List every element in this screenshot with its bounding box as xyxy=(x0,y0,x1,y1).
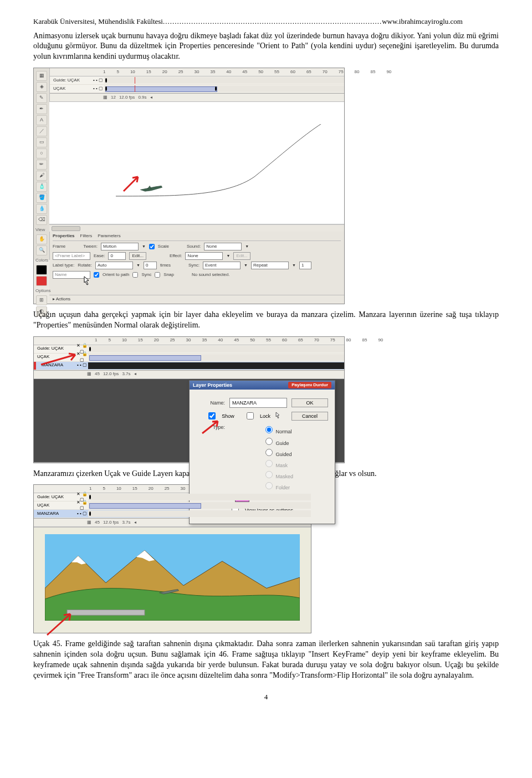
name-input[interactable]: MANZARA xyxy=(229,398,287,408)
red-arrow-icon xyxy=(44,610,77,637)
cursor-pointer-icon xyxy=(83,275,94,286)
stroke-swatch-icon[interactable] xyxy=(36,265,47,275)
time-display: 3.7s xyxy=(122,520,130,526)
selection-tool-icon[interactable]: ▦ xyxy=(36,71,47,81)
layer-toggles-icon[interactable]: • • ▢ xyxy=(76,511,88,517)
layer-frames[interactable] xyxy=(104,85,344,92)
layer-ucak[interactable]: UÇAK ✕ 🔒 ▢ xyxy=(34,501,311,510)
ruler-mark: 60 xyxy=(290,69,295,75)
scroll-left-icon[interactable]: ◂ xyxy=(150,95,152,101)
cancel-button[interactable]: Cancel xyxy=(291,412,328,421)
ruler-mark: 80 xyxy=(355,69,360,75)
layer-frames[interactable] xyxy=(88,354,344,361)
snap-label: Snap xyxy=(163,272,174,278)
sound-dropdown[interactable]: None xyxy=(204,243,242,250)
dialog-titlebar[interactable]: Layer Properties Paylaşımı Durdur xyxy=(190,381,335,390)
effect-dropdown[interactable]: None xyxy=(185,252,223,260)
tab-parameters[interactable]: Parameters xyxy=(98,233,120,239)
layer-manzara[interactable]: MANZARA • • ▢ xyxy=(34,510,311,518)
inkbottle-tool-icon[interactable]: 🧴 xyxy=(36,182,47,192)
tab-properties[interactable]: Properties xyxy=(53,233,75,239)
layer-frames[interactable] xyxy=(104,77,344,84)
repeat-input[interactable]: 1 xyxy=(299,262,311,269)
ruler-mark: 20 xyxy=(154,337,159,344)
layer-frames[interactable] xyxy=(88,346,344,352)
ruler-mark: 85 xyxy=(362,337,367,344)
oval-tool-icon[interactable]: ○ xyxy=(36,149,47,158)
scroll-left-icon[interactable]: ◂ xyxy=(134,371,136,377)
pencil-tool-icon[interactable]: ✏ xyxy=(36,160,47,170)
ok-button[interactable]: OK xyxy=(291,398,328,407)
stage-scenery[interactable] xyxy=(34,527,311,633)
type-normal-radio[interactable]: Normal xyxy=(263,424,293,435)
type-guided-radio[interactable]: Guided xyxy=(263,447,293,458)
ruler-mark: 5 xyxy=(108,337,110,344)
layer-guide-ucak[interactable]: Guide: UÇAK ✕ 🔒 ▢ xyxy=(34,493,311,501)
lock-checkbox[interactable] xyxy=(247,412,254,419)
brush-tool-icon[interactable]: 🖌 xyxy=(36,171,47,181)
tween-dropdown[interactable]: Motion xyxy=(101,243,139,250)
sync-dropdown[interactable]: Event xyxy=(203,262,241,269)
layer-frames[interactable] xyxy=(88,494,311,500)
orient-to-path-checkbox[interactable] xyxy=(94,272,99,278)
sync-label: Sync: xyxy=(188,263,200,269)
dialog-title: Layer Properties xyxy=(193,382,232,388)
stop-sharing-pill[interactable]: Paylaşımı Durdur xyxy=(288,382,331,389)
rotate-dropdown[interactable]: Auto xyxy=(95,262,133,269)
layer-toggles-icon[interactable]: • • ▢ xyxy=(92,86,104,92)
ruler-mark: 30 xyxy=(186,337,191,344)
layer-frames[interactable] xyxy=(88,510,311,517)
tab-filters[interactable]: Filters xyxy=(80,233,93,239)
airplane-sprite[interactable] xyxy=(158,588,180,595)
show-label: Show xyxy=(222,413,234,419)
scrollbar-thumb[interactable] xyxy=(52,226,80,231)
eraser-tool-icon[interactable]: ⌫ xyxy=(36,215,47,225)
page-header: Karabük Üniversitesi, Mühendislik Fakült… xyxy=(33,17,499,27)
paintbucket-tool-icon[interactable]: 🪣 xyxy=(36,193,47,203)
layer-frames[interactable] xyxy=(88,362,344,369)
horizontal-scrollbar[interactable] xyxy=(49,224,344,232)
onion-skin-icon[interactable]: ▦ xyxy=(103,95,108,101)
figure-3-manzara-scenery: 1 5 10 15 20 25 30 35 40 45 50 55 60 65 … xyxy=(33,484,499,633)
scroll-left-icon[interactable]: ◂ xyxy=(134,520,136,526)
snap-checkbox[interactable] xyxy=(155,272,160,278)
text-tool-icon[interactable]: A xyxy=(36,115,47,125)
layer-toggles-icon[interactable]: • • ▢ xyxy=(92,78,104,84)
sync-checkbox[interactable] xyxy=(132,272,138,278)
line-tool-icon[interactable]: ／ xyxy=(36,126,47,136)
zoom-tool-icon[interactable]: 🔍 xyxy=(36,245,47,255)
frame-label-input[interactable]: <Frame Label> xyxy=(53,252,90,260)
layer-ucak[interactable]: UÇAK • • ▢ xyxy=(50,85,344,93)
layer-frames[interactable] xyxy=(88,502,311,509)
pen-tool-icon[interactable]: ✒ xyxy=(36,104,47,114)
ruler-mark: 1 xyxy=(89,486,91,492)
times-label: times xyxy=(160,263,171,269)
onion-skin-icon[interactable]: ▦ xyxy=(87,371,91,377)
option-a-icon[interactable]: ⊞ xyxy=(36,295,47,305)
stage-canvas[interactable] xyxy=(49,102,344,224)
motion-path xyxy=(110,124,349,224)
repeat-dropdown[interactable]: Repeat xyxy=(251,262,289,269)
tween-label: Tween: xyxy=(83,244,98,250)
layer-guide-ucak[interactable]: Guide: UÇAK • • ▢ xyxy=(50,76,344,85)
hand-tool-icon[interactable]: ✋ xyxy=(36,234,47,244)
ruler-mark: 75 xyxy=(339,69,344,75)
edit-ease-button[interactable]: Edit... xyxy=(129,252,146,260)
svg-rect-1 xyxy=(67,610,145,616)
rect-tool-icon[interactable]: ▭ xyxy=(36,137,47,147)
layer-toggles-icon[interactable]: ✕ 🔒 ▢ xyxy=(76,500,88,512)
eyedrop-tool-icon[interactable]: 💧 xyxy=(36,204,47,214)
type-guide-radio[interactable]: Guide xyxy=(263,436,293,447)
rotate-label: Rotate: xyxy=(78,263,92,269)
view-label: View xyxy=(35,227,48,233)
subselect-tool-icon[interactable]: ◈ xyxy=(36,82,47,92)
fill-swatch-icon[interactable] xyxy=(36,276,47,286)
colors-label: Colors xyxy=(35,258,48,264)
ease-input[interactable]: 0 xyxy=(108,252,126,260)
actions-panel-header[interactable]: ▸ Actions xyxy=(49,295,344,304)
fps-display: 12.0 fps xyxy=(119,95,135,101)
scale-checkbox[interactable] xyxy=(149,244,155,249)
lasso-tool-icon[interactable]: ✎ xyxy=(36,93,47,103)
rotate-times-input[interactable]: 0 xyxy=(144,262,157,269)
onion-skin-icon[interactable]: ▦ xyxy=(87,520,91,526)
